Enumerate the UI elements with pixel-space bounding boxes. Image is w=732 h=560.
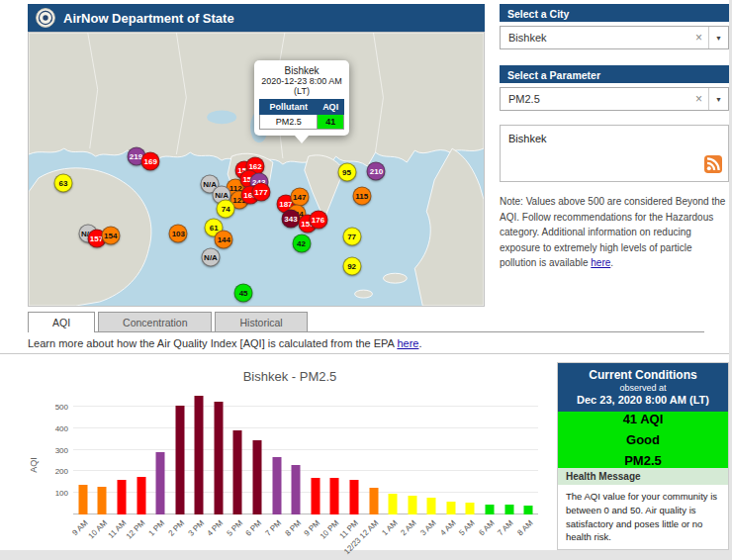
chart-bar[interactable] (466, 503, 475, 514)
chart-bar[interactable] (427, 498, 436, 514)
map-marker[interactable]: 95 (337, 163, 356, 182)
note-here-link[interactable]: here (591, 257, 610, 268)
chart-bar[interactable] (389, 494, 398, 514)
y-tick-label: 200 (55, 467, 68, 476)
chart-bar[interactable] (446, 502, 455, 515)
current-conditions-title: Current Conditions (562, 368, 724, 382)
chart-title: Bishkek - PM2.5 (30, 362, 550, 384)
select-parameter-header: Select a Parameter (500, 65, 729, 83)
parameter-clear-icon[interactable]: × (689, 92, 708, 106)
observed-at-label: observed at (562, 383, 724, 393)
map-marker[interactable]: 92 (342, 257, 361, 276)
tab-strip: AQIConcentrationHistorical (28, 312, 704, 332)
chart-bar[interactable] (78, 485, 87, 515)
tab-historical[interactable]: Historical (215, 312, 307, 331)
gridline (73, 427, 538, 428)
map-marker[interactable]: N/A (202, 248, 221, 267)
rss-feed-box: Bishkek (500, 125, 729, 182)
map-marker[interactable]: 45 (234, 284, 253, 303)
map-popup: Bishkek 2020-12-23 8:00 AM (LT) Pollutan… (254, 60, 349, 136)
x-tick-label: 10 PM (319, 518, 341, 541)
map-marker[interactable]: 210 (367, 161, 386, 180)
department-seal-icon (36, 8, 55, 28)
city-clear-icon[interactable]: × (689, 31, 708, 45)
gridline (73, 470, 538, 471)
chart-bar[interactable] (330, 478, 339, 514)
tab-aqi[interactable]: AQI (28, 312, 95, 331)
chart-bar[interactable] (292, 465, 301, 514)
chart-bar[interactable] (486, 505, 495, 514)
map-marker[interactable]: 115 (352, 186, 371, 205)
chevron-down-icon[interactable]: ▼ (708, 27, 728, 48)
x-tick-label: 4 AM (438, 518, 457, 537)
x-tick-label: 3 AM (418, 518, 437, 537)
page-title: AirNow Department of State (63, 11, 234, 26)
map-marker[interactable]: 147 (290, 187, 309, 206)
chart-plot: 1002003004005009 AM10 AM11 AM12 PM1 PM2 … (73, 394, 538, 514)
chart-bar[interactable] (524, 506, 533, 514)
sidebar: Select a City Bishkek × ▼ Select a Param… (500, 4, 729, 271)
map-marker[interactable]: 63 (53, 173, 72, 192)
popup-pollutant-value: PM2.5 (260, 114, 318, 129)
current-aqi-parameter: PM2.5 (558, 453, 728, 468)
current-aqi-block: 41 AQI Good PM2.5 (558, 412, 728, 468)
popup-datetime: 2020-12-23 8:00 AM (259, 76, 344, 86)
y-tick-label: 300 (55, 445, 68, 454)
map-marker[interactable]: 177 (252, 182, 271, 201)
learn-more-text: Learn more about how the Air Quality Ind… (28, 337, 397, 349)
x-tick-label: 11 AM (106, 518, 128, 540)
chart-y-axis-label: AQI (29, 457, 39, 473)
map-marker[interactable]: 77 (342, 228, 361, 246)
chart-bar[interactable] (349, 480, 358, 514)
popup-col-aqi: AQI (318, 99, 344, 114)
parameter-select-value: PM2.5 (508, 93, 540, 105)
chart-bar[interactable] (272, 457, 281, 514)
x-tick-label: 10 AM (86, 518, 108, 540)
map-marker[interactable]: 154 (101, 226, 120, 244)
gridline (73, 406, 538, 407)
map-marker[interactable]: 343 (281, 209, 300, 228)
chart-bar[interactable] (233, 430, 242, 514)
chart-bar[interactable] (311, 478, 320, 514)
x-tick-label: 6 AM (477, 518, 496, 537)
chart-bar[interactable] (156, 452, 165, 514)
chart-bar[interactable] (98, 487, 107, 514)
popup-table: Pollutant AQI PM2.5 41 (259, 99, 344, 130)
gridline (73, 449, 538, 450)
x-tick-label: 3 PM (186, 518, 206, 538)
aqi-map[interactable]: 63219169N/A15715410361144N/A112121N/A74N… (28, 32, 485, 307)
map-marker[interactable]: 42 (292, 233, 311, 252)
city-select[interactable]: Bishkek × ▼ (500, 26, 729, 49)
aqi-chart: Bishkek - PM2.5 AQI 1002003004005009 AM1… (30, 362, 550, 550)
x-tick-label: 1 PM (147, 518, 167, 538)
x-tick-label: 5 PM (225, 518, 244, 538)
rss-city-label: Bishkek (508, 133, 547, 144)
chart-bar[interactable] (117, 480, 126, 514)
current-aqi-value: 41 AQI (558, 412, 728, 426)
learn-more-here-link[interactable]: here (397, 337, 418, 349)
chart-bar[interactable] (175, 406, 184, 514)
x-tick-label: 2 PM (167, 518, 187, 538)
chart-bar[interactable] (408, 496, 416, 514)
tab-concentration[interactable]: Concentration (98, 312, 212, 331)
x-tick-label: 8 PM (283, 518, 303, 538)
chart-bar[interactable] (214, 402, 223, 514)
chevron-down-icon[interactable]: ▼ (708, 88, 728, 110)
chart-bar[interactable] (253, 440, 262, 514)
x-tick-label: 5 AM (458, 518, 477, 537)
current-conditions-panel: Current Conditions observed at Dec 23, 2… (557, 362, 729, 550)
chart-bar[interactable] (504, 505, 513, 514)
parameter-select[interactable]: PM2.5 × ▼ (500, 87, 729, 111)
map-marker[interactable]: 74 (217, 199, 235, 218)
note-text-end: . (610, 257, 613, 268)
chart-bar[interactable] (195, 396, 204, 514)
map-marker[interactable]: 169 (141, 151, 160, 170)
current-conditions-header: Current Conditions observed at Dec 23, 2… (558, 363, 728, 412)
rss-icon[interactable] (704, 155, 722, 175)
chart-bar[interactable] (369, 488, 378, 514)
chart-bar[interactable] (137, 477, 145, 514)
popup-lt: (LT) (259, 86, 344, 96)
map-marker[interactable]: 176 (309, 210, 327, 229)
map-marker[interactable]: 144 (215, 231, 233, 249)
map-marker[interactable]: 103 (169, 224, 188, 242)
